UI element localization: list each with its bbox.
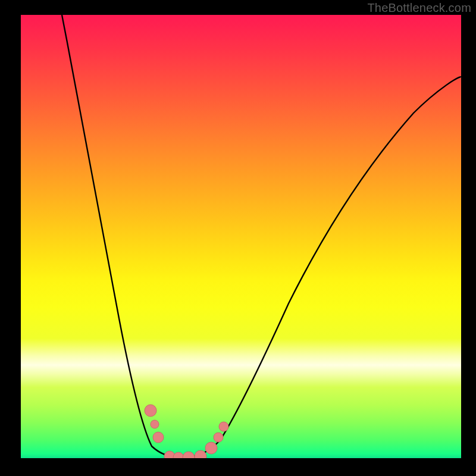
marker bbox=[151, 420, 159, 428]
plot-area bbox=[21, 15, 461, 458]
chart-frame: TheBottleneck.com bbox=[0, 0, 476, 476]
marker bbox=[153, 432, 164, 443]
marker bbox=[214, 433, 223, 442]
marker bbox=[195, 450, 206, 458]
marker bbox=[205, 442, 217, 454]
marker bbox=[183, 452, 195, 458]
attribution-text: TheBottleneck.com bbox=[367, 1, 471, 15]
left-curve bbox=[62, 15, 187, 457]
marker bbox=[145, 405, 156, 416]
right-curve bbox=[187, 77, 461, 457]
marker bbox=[219, 422, 228, 431]
marker bbox=[173, 452, 184, 458]
chart-svg bbox=[21, 15, 461, 458]
